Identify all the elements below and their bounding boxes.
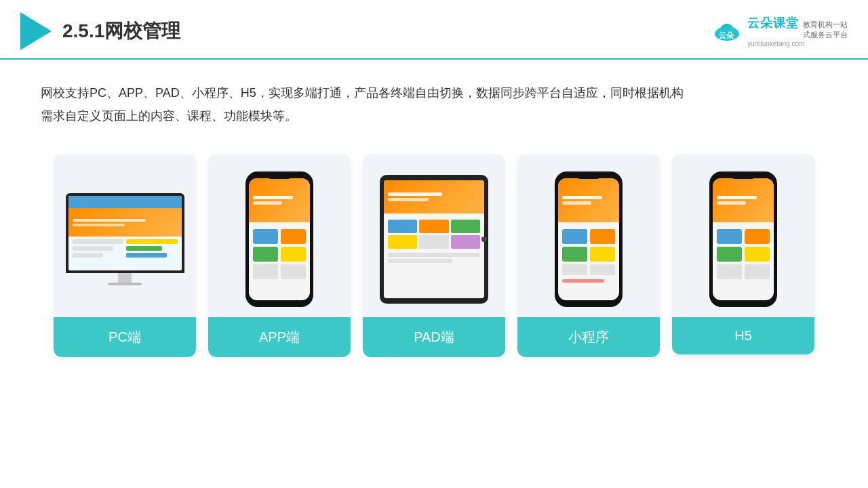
description-area: 网校支持PC、APP、PAD、小程序、H5，实现多端打通，产品各终端自由切换，数…: [0, 60, 868, 141]
brand-slogan: 教育机构一站 式服务云平台: [803, 20, 848, 41]
card-h5-image: [672, 155, 814, 317]
phone2-outer: [555, 171, 623, 307]
pad-tablet-mockup: [380, 175, 488, 304]
page-title: 2.5.1网校管理: [62, 18, 180, 44]
brand-logo: 云朵: [712, 19, 742, 43]
phone3-screen: [713, 178, 774, 300]
phone2-notch: [578, 174, 599, 179]
card-miniprogram-image: [517, 155, 660, 317]
card-app: APP端: [208, 155, 351, 357]
phone-outer: [245, 171, 313, 307]
card-pc-image: [54, 155, 196, 317]
phone3-notch: [732, 174, 754, 179]
description-text: 网校支持PC、APP、PAD、小程序、H5，实现多端打通，产品各终端自由切换，数…: [41, 81, 827, 127]
app-phone-mockup: [245, 171, 313, 307]
pc-device-mockup: [66, 193, 184, 285]
miniprogram-phone-mockup: [555, 171, 623, 307]
phone2-screen: [558, 178, 619, 300]
card-pc-label: PC端: [54, 317, 196, 357]
card-miniprogram-label: 小程序: [517, 317, 660, 357]
card-pad-label: PAD端: [363, 317, 505, 357]
pc-stand: [118, 273, 132, 283]
card-miniprogram: 小程序: [517, 155, 660, 357]
header-left: 2.5.1网校管理: [20, 12, 180, 50]
brand-name: 云朵课堂: [747, 15, 799, 31]
tablet-button: [481, 237, 487, 242]
cloud-logo-icon: 云朵: [712, 19, 742, 43]
brand-text-group: 云朵课堂 教育机构一站 式服务云平台 yunduoketang.com: [747, 15, 848, 48]
card-h5: H5: [672, 155, 814, 357]
tablet-screen: [384, 180, 484, 298]
phone-screen: [249, 178, 310, 300]
h5-phone-mockup: [709, 171, 777, 307]
phone3-outer: [709, 171, 777, 307]
pc-screen: [68, 196, 182, 270]
card-h5-label: H5: [672, 317, 814, 354]
card-app-image: [208, 155, 351, 317]
card-pad: PAD端: [363, 155, 505, 357]
brand-url: yunduoketang.com: [747, 40, 805, 47]
tablet-outer: [380, 175, 488, 304]
svg-text:云朵: 云朵: [719, 31, 734, 39]
brand-area: 云朵 云朵课堂 教育机构一站 式服务云平台 yunduoketang.com: [712, 15, 848, 48]
card-pc: PC端: [54, 155, 196, 357]
header: 2.5.1网校管理 云朵 云朵课堂 教育机构一站 式服务云平台: [0, 0, 868, 60]
logo-triangle-icon: [20, 12, 52, 50]
card-pad-image: [363, 155, 505, 317]
card-app-label: APP端: [208, 317, 351, 357]
pc-screen-outer: [66, 193, 184, 273]
pc-base: [108, 283, 142, 285]
phone-notch: [269, 174, 290, 179]
cards-section: PC端: [0, 141, 868, 378]
